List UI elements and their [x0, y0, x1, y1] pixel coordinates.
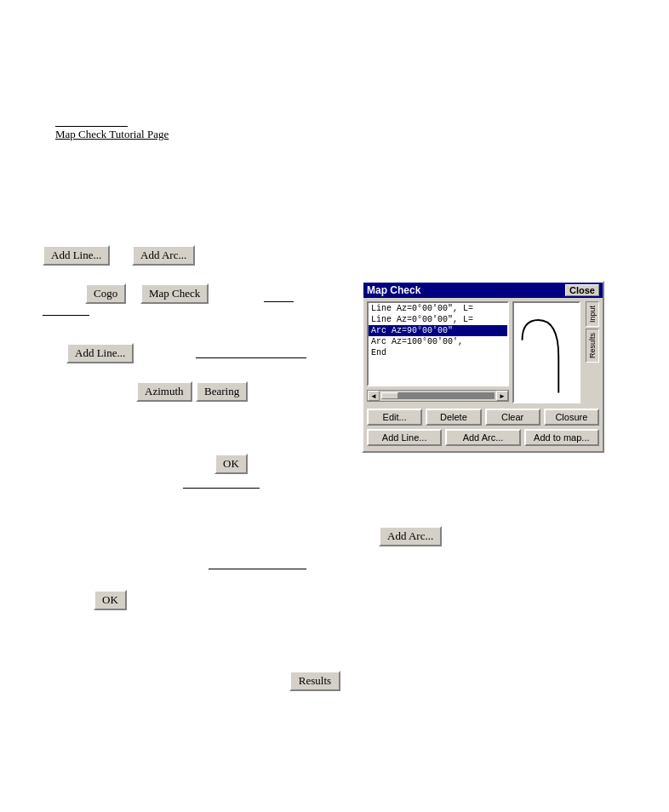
short-line-5: [209, 569, 306, 569]
dialog-button-row-2: Add Line... Add Arc... Add to map...: [363, 427, 603, 451]
dialog-add-to-map-button[interactable]: Add to map...: [524, 429, 599, 446]
dialog-titlebar: Map Check Close: [363, 283, 603, 298]
course-list[interactable]: Line Az=0°00'00", L= Line Az=0°00'00", L…: [367, 301, 509, 386]
clear-button[interactable]: Clear: [485, 409, 540, 426]
azimuth-button[interactable]: Azimuth: [136, 381, 192, 402]
dialog-add-line-button[interactable]: Add Line...: [367, 429, 442, 446]
dialog-title: Map Check: [367, 284, 420, 296]
scroll-thumb[interactable]: [381, 392, 398, 399]
add-line-button-2[interactable]: Add Line...: [66, 343, 134, 363]
top-link-underline: [55, 126, 128, 127]
tab-results[interactable]: Results: [586, 329, 599, 363]
add-arc-button-top[interactable]: Add Arc...: [132, 245, 195, 266]
map-check-button[interactable]: Map Check: [140, 283, 209, 304]
top-link[interactable]: Map Check Tutorial Page: [55, 128, 169, 141]
bearing-button[interactable]: Bearing: [196, 381, 248, 402]
short-line-4: [183, 488, 260, 489]
edit-button[interactable]: Edit...: [367, 409, 422, 426]
list-scrollbar[interactable]: ◄ ►: [367, 390, 509, 402]
ok-button-2[interactable]: OK: [94, 590, 127, 610]
add-line-button[interactable]: Add Line...: [43, 245, 110, 266]
dialog-left-panel: Line Az=0°00'00", L= Line Az=0°00'00", L…: [367, 301, 509, 403]
map-check-dialog: Map Check Close Line Az=0°00'00", L= Lin…: [362, 281, 604, 453]
dialog-content: Line Az=0°00'00", L= Line Az=0°00'00", L…: [363, 298, 603, 407]
ok-button-1[interactable]: OK: [214, 454, 248, 474]
scroll-left-arrow[interactable]: ◄: [368, 391, 380, 401]
short-line-2: [43, 315, 89, 316]
list-item[interactable]: End: [369, 347, 507, 358]
short-line-3: [196, 357, 306, 358]
delete-button[interactable]: Delete: [426, 409, 481, 426]
list-item[interactable]: Line Az=0°00'00", L=: [369, 314, 507, 325]
scroll-track: [381, 392, 495, 399]
list-item[interactable]: Line Az=0°00'00", L=: [369, 303, 507, 314]
closure-button[interactable]: Closure: [544, 409, 599, 426]
results-button[interactable]: Results: [289, 671, 340, 691]
short-line-1: [264, 301, 294, 302]
tab-input[interactable]: Input: [586, 301, 599, 327]
dialog-button-row-1: Edit... Delete Clear Closure: [363, 407, 603, 427]
dialog-close-button[interactable]: Close: [565, 284, 599, 296]
list-item[interactable]: Arc Az=90°00'00": [369, 325, 507, 336]
cogo-button[interactable]: Cogo: [85, 283, 126, 304]
list-item[interactable]: Arc Az=100°00'00',: [369, 336, 507, 347]
add-arc-button-2[interactable]: Add Arc...: [379, 526, 442, 546]
dialog-tabs: Input Results: [586, 301, 599, 403]
arc-preview-area: [512, 301, 580, 403]
dialog-add-arc-button[interactable]: Add Arc...: [445, 429, 520, 446]
arc-svg: [514, 303, 579, 402]
scroll-right-arrow[interactable]: ►: [496, 391, 508, 401]
